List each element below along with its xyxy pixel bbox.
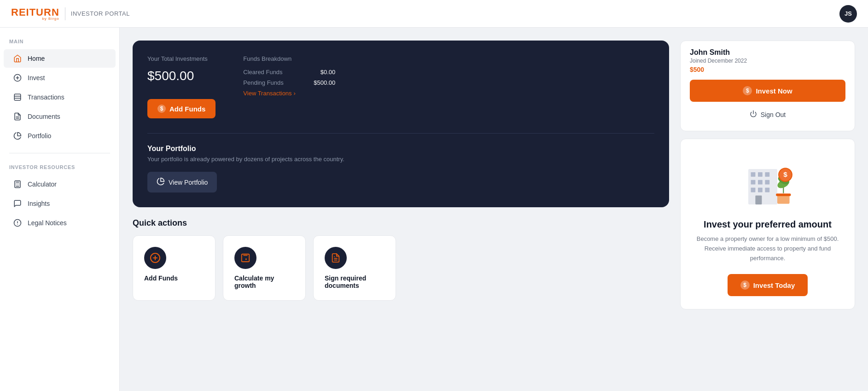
cleared-funds-row: Cleared Funds $0.00 bbox=[243, 69, 335, 76]
quick-action-add-funds[interactable]: Add Funds bbox=[133, 235, 216, 301]
svg-text:$: $ bbox=[783, 170, 787, 178]
svg-rect-41 bbox=[758, 180, 763, 185]
sidebar: Main Home Invest Transact bbox=[0, 28, 120, 391]
card-divider bbox=[147, 133, 654, 134]
svg-rect-47 bbox=[777, 195, 790, 204]
funds-breakdown-section: Funds Breakdown Cleared Funds $0.00 Pend… bbox=[243, 55, 335, 118]
amount-cents: .00 bbox=[176, 66, 194, 82]
insights-icon bbox=[13, 199, 22, 208]
invest-icon bbox=[13, 73, 22, 82]
user-avatar[interactable]: JS bbox=[839, 5, 857, 23]
svg-rect-37 bbox=[751, 172, 756, 177]
pending-value: $500.00 bbox=[314, 79, 335, 86]
amount-main: 500 bbox=[155, 66, 176, 82]
calculate-growth-icon bbox=[234, 247, 256, 269]
sidebar-item-home[interactable]: Home bbox=[4, 49, 116, 68]
portfolio-desc: Your portfolio is already powered by doz… bbox=[147, 156, 654, 163]
profile-balance: $500 bbox=[690, 66, 845, 73]
sidebar-item-calculator[interactable]: Calculator bbox=[4, 175, 116, 193]
chevron-right-icon: › bbox=[294, 90, 296, 97]
view-portfolio-button[interactable]: View Portfolio bbox=[147, 172, 217, 193]
quick-actions-section: Quick actions Add Funds bbox=[133, 218, 669, 301]
documents-icon bbox=[13, 112, 22, 121]
invest-now-icon: $ bbox=[743, 86, 752, 95]
sidebar-item-legal[interactable]: Legal Notices bbox=[4, 214, 116, 232]
calculate-growth-label: Calculate my growth bbox=[234, 274, 294, 289]
main-content: Your Total Investments $500.00 $ Add Fun… bbox=[120, 28, 868, 391]
sidebar-item-documents-label: Documents bbox=[28, 113, 60, 120]
promo-title: Invest your preferred amount bbox=[704, 219, 832, 230]
sidebar-item-transactions[interactable]: Transactions bbox=[4, 88, 116, 106]
svg-rect-48 bbox=[776, 193, 791, 196]
sidebar-item-insights[interactable]: Insights bbox=[4, 194, 116, 213]
sign-documents-label: Sign required documents bbox=[325, 274, 384, 289]
svg-rect-44 bbox=[758, 188, 763, 193]
card-top: Your Total Investments $500.00 $ Add Fun… bbox=[147, 55, 654, 118]
add-funds-quick-icon bbox=[144, 247, 166, 269]
sidebar-item-documents[interactable]: Documents bbox=[4, 107, 116, 126]
legal-icon bbox=[13, 218, 22, 228]
invest-illustration: $ bbox=[735, 152, 800, 212]
sidebar-item-calculator-label: Calculator bbox=[28, 181, 57, 188]
sidebar-item-legal-label: Legal Notices bbox=[28, 219, 67, 227]
sidebar-item-insights-label: Insights bbox=[28, 200, 50, 207]
right-panel: John Smith Joined December 2022 $500 $ I… bbox=[680, 41, 855, 378]
profile-name: John Smith bbox=[690, 48, 845, 57]
transactions-icon bbox=[13, 93, 22, 102]
power-icon bbox=[750, 110, 757, 119]
svg-rect-40 bbox=[751, 180, 756, 185]
left-panel: Your Total Investments $500.00 $ Add Fun… bbox=[133, 41, 669, 378]
total-investments-label: Your Total Investments bbox=[147, 55, 216, 62]
calculator-icon bbox=[13, 180, 22, 189]
quick-actions-grid: Add Funds Calculate my growth bbox=[133, 235, 669, 301]
pending-label: Pending Funds bbox=[243, 79, 283, 86]
add-funds-quick-label: Add Funds bbox=[144, 274, 204, 282]
portfolio-section: Your Portfolio Your portfolio is already… bbox=[147, 145, 654, 193]
svg-rect-38 bbox=[758, 172, 763, 177]
invest-today-icon: $ bbox=[740, 280, 750, 290]
logo: REITURN by Birgo bbox=[11, 6, 59, 21]
invest-today-label: Invest Today bbox=[753, 281, 795, 289]
sidebar-item-portfolio[interactable]: Portfolio bbox=[4, 127, 116, 145]
sign-documents-icon bbox=[325, 247, 347, 269]
invest-now-label: Invest Now bbox=[756, 87, 792, 95]
view-portfolio-label: View Portfolio bbox=[169, 179, 208, 186]
pending-funds-row: Pending Funds $500.00 bbox=[243, 79, 335, 86]
profile-card: John Smith Joined December 2022 $500 $ I… bbox=[680, 41, 855, 131]
add-funds-icon: $ bbox=[157, 105, 166, 113]
add-funds-label: Add Funds bbox=[169, 105, 205, 113]
svg-rect-43 bbox=[751, 188, 756, 193]
portfolio-icon bbox=[13, 131, 22, 140]
quick-action-calculate-growth[interactable]: Calculate my growth bbox=[223, 235, 306, 301]
logo-area: REITURN by Birgo INVESTOR PORTAL bbox=[11, 6, 130, 21]
svg-rect-45 bbox=[765, 188, 769, 193]
sidebar-item-portfolio-label: Portfolio bbox=[28, 132, 51, 140]
svg-rect-39 bbox=[765, 172, 769, 177]
app-header: REITURN by Birgo INVESTOR PORTAL JS bbox=[0, 0, 868, 28]
invest-today-button[interactable]: $ Invest Today bbox=[728, 274, 808, 296]
amount-prefix: $ bbox=[147, 66, 155, 82]
add-funds-button[interactable]: $ Add Funds bbox=[147, 99, 216, 118]
sign-out-label: Sign Out bbox=[761, 111, 786, 118]
sidebar-main-label: Main bbox=[0, 39, 119, 49]
sign-out-button[interactable]: Sign Out bbox=[690, 105, 845, 123]
home-icon bbox=[13, 54, 22, 63]
promo-desc: Become a property owner for a low minimu… bbox=[692, 234, 844, 263]
logo-sub: by Birgo bbox=[11, 17, 59, 21]
quick-action-sign-documents[interactable]: Sign required documents bbox=[313, 235, 396, 301]
view-transactions-label: View Transactions bbox=[243, 90, 291, 97]
portfolio-title: Your Portfolio bbox=[147, 145, 654, 153]
invest-now-button[interactable]: $ Invest Now bbox=[690, 80, 845, 102]
breakdown-title: Funds Breakdown bbox=[243, 55, 335, 62]
invest-promo-card: $ Invest your preferred amount Become a … bbox=[680, 139, 855, 309]
cleared-value: $0.00 bbox=[320, 69, 336, 76]
sidebar-item-invest[interactable]: Invest bbox=[4, 69, 116, 87]
total-amount: $500.00 bbox=[147, 66, 216, 90]
view-transactions-link[interactable]: View Transactions › bbox=[243, 90, 335, 97]
cleared-label: Cleared Funds bbox=[243, 69, 282, 76]
quick-actions-title: Quick actions bbox=[133, 218, 669, 228]
portal-label: INVESTOR PORTAL bbox=[71, 10, 130, 17]
total-investments-section: Your Total Investments $500.00 $ Add Fun… bbox=[147, 55, 216, 118]
sidebar-item-home-label: Home bbox=[28, 55, 45, 62]
investment-card: Your Total Investments $500.00 $ Add Fun… bbox=[133, 41, 669, 207]
